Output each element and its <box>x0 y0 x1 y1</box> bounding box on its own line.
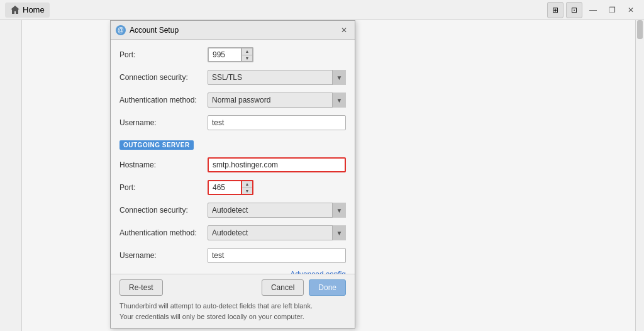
incoming-port-input[interactable] <box>208 47 242 62</box>
incoming-username-input[interactable] <box>208 115 346 130</box>
retest-button[interactable]: Re-test <box>119 279 163 296</box>
dialog-title: Account Setup <box>130 26 335 35</box>
outgoing-port-spinner: ▲ ▼ <box>242 180 253 195</box>
account-setup-dialog: @ Account Setup ✕ Port: ▲ ▼ <box>110 20 355 328</box>
incoming-username-control <box>208 115 346 130</box>
home-tab[interactable]: Home <box>5 3 50 18</box>
footer-note-2: Your credentials will only be stored loc… <box>119 311 346 322</box>
incoming-security-select-wrapper: SSL/TLS STARTTLS None Autodetect ▼ <box>208 70 346 85</box>
dialog-close-button[interactable]: ✕ <box>338 25 350 36</box>
window-close-button[interactable]: ✕ <box>623 2 639 18</box>
footer-notes: Thunderbird will attempt to auto-detect … <box>119 301 346 322</box>
dialog-footer: Re-test Cancel Done Thunderbird will att… <box>111 274 355 328</box>
outgoing-port-row: Port: ▲ ▼ <box>119 179 346 196</box>
outgoing-username-control <box>208 248 346 263</box>
outgoing-username-input[interactable] <box>208 248 346 263</box>
grid-button[interactable]: ⊞ <box>547 2 564 18</box>
outgoing-server-badge: OUTGOING SERVER <box>119 140 194 150</box>
dialog-icon-at: @ <box>118 26 124 33</box>
home-label: Home <box>23 5 45 14</box>
outgoing-security-label: Connection security: <box>119 206 208 215</box>
taskbar: Home ⊞ ⊡ — ❐ ✕ <box>0 0 644 20</box>
home-icon <box>10 5 20 15</box>
incoming-security-control: SSL/TLS STARTTLS None Autodetect ▼ <box>208 70 346 85</box>
incoming-port-up[interactable]: ▲ <box>242 48 252 55</box>
outgoing-security-control: Autodetect SSL/TLS STARTTLS None ▼ <box>208 203 346 218</box>
advanced-config-row: Advanced config <box>119 269 346 274</box>
incoming-port-down[interactable]: ▼ <box>242 55 252 62</box>
hostname-input[interactable] <box>208 157 346 172</box>
incoming-port-spinner: ▲ ▼ <box>242 47 253 62</box>
right-scrollbar[interactable] <box>635 20 644 331</box>
done-button[interactable]: Done <box>309 279 346 296</box>
incoming-username-label: Username: <box>119 118 208 127</box>
incoming-auth-select-wrapper: Normal password Encrypted password OAuth… <box>208 93 346 108</box>
incoming-username-row: Username: <box>119 114 346 132</box>
incoming-auth-row: Authentication method: Normal password E… <box>119 91 346 109</box>
maximize-button[interactable]: ❐ <box>604 2 620 18</box>
incoming-auth-select[interactable]: Normal password Encrypted password OAuth… <box>208 93 346 108</box>
outgoing-security-select[interactable]: Autodetect SSL/TLS STARTTLS None <box>208 203 346 218</box>
outgoing-port-wrapper: ▲ ▼ <box>208 180 346 195</box>
dialog-content: Port: ▲ ▼ Connection security: <box>111 40 355 274</box>
outgoing-security-row: Connection security: Autodetect SSL/TLS … <box>119 201 346 219</box>
hostname-control <box>208 157 346 172</box>
main-area: @ Account Setup ✕ Port: ▲ ▼ <box>0 20 644 331</box>
incoming-port-wrapper: ▲ ▼ <box>208 47 346 62</box>
outgoing-auth-label: Authentication method: <box>119 228 208 237</box>
outgoing-port-label: Port: <box>119 183 208 192</box>
outgoing-username-row: Username: <box>119 247 346 264</box>
scrollbar-track <box>636 20 644 331</box>
hostname-row: Hostname: <box>119 156 346 174</box>
scrollbar-thumb[interactable] <box>637 20 643 39</box>
outgoing-port-input[interactable] <box>208 180 242 195</box>
outgoing-auth-control: Autodetect Normal password Encrypted pas… <box>208 225 346 240</box>
dialog-icon: @ <box>116 25 126 35</box>
dialog-container: @ Account Setup ✕ Port: ▲ ▼ <box>22 20 635 331</box>
monitor-button[interactable]: ⊡ <box>566 2 582 18</box>
incoming-security-label: Connection security: <box>119 73 208 82</box>
outgoing-port-up[interactable]: ▲ <box>242 181 252 188</box>
incoming-port-control: ▲ ▼ <box>208 47 346 62</box>
incoming-security-select[interactable]: SSL/TLS STARTTLS None Autodetect <box>208 70 346 85</box>
incoming-security-row: Connection security: SSL/TLS STARTTLS No… <box>119 69 346 86</box>
incoming-auth-control: Normal password Encrypted password OAuth… <box>208 93 346 108</box>
footer-note-1: Thunderbird will attempt to auto-detect … <box>119 301 346 311</box>
footer-buttons: Re-test Cancel Done <box>119 279 346 296</box>
incoming-auth-label: Authentication method: <box>119 96 208 104</box>
incoming-port-row: Port: ▲ ▼ <box>119 46 346 64</box>
taskbar-right: ⊞ ⊡ — ❐ ✕ <box>547 2 639 18</box>
cancel-button[interactable]: Cancel <box>262 279 304 296</box>
minimize-button[interactable]: — <box>585 2 601 18</box>
outgoing-port-down[interactable]: ▼ <box>242 188 252 194</box>
dialog-titlebar: @ Account Setup ✕ <box>111 21 355 40</box>
outgoing-server-section: OUTGOING SERVER <box>119 138 346 156</box>
outgoing-auth-select-wrapper: Autodetect Normal password Encrypted pas… <box>208 225 346 240</box>
outgoing-security-select-wrapper: Autodetect SSL/TLS STARTTLS None ▼ <box>208 203 346 218</box>
outgoing-auth-row: Authentication method: Autodetect Normal… <box>119 224 346 242</box>
outgoing-auth-select[interactable]: Autodetect Normal password Encrypted pas… <box>208 225 346 240</box>
outgoing-username-label: Username: <box>119 251 208 260</box>
hostname-label: Hostname: <box>119 160 208 169</box>
sidebar <box>0 20 22 331</box>
outgoing-port-control: ▲ ▼ <box>208 180 346 195</box>
incoming-port-label: Port: <box>119 50 208 59</box>
